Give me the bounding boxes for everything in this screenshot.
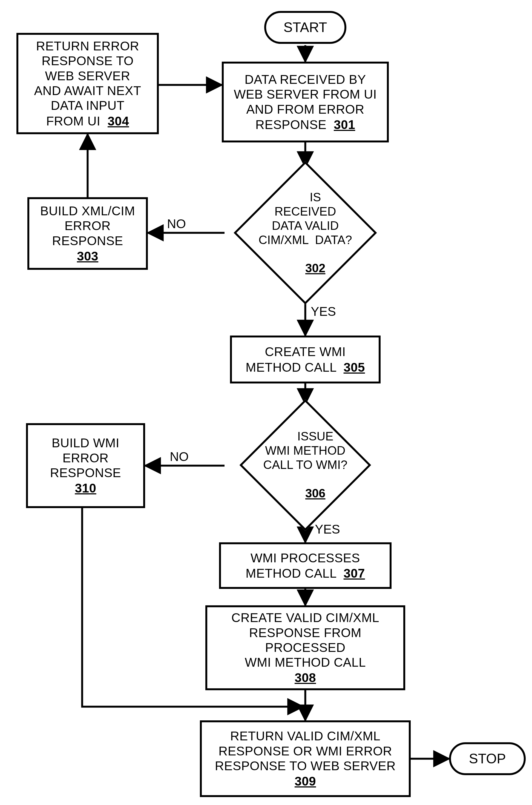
process-307-ref: 307 [344,566,365,581]
edge-label-302-yes: YES [311,304,336,319]
process-309: RETURN VALID CIM/XML RESPONSE OR WMI ERR… [200,720,411,797]
process-309-ref: 309 [294,774,316,789]
decision-302-ref: 302 [305,262,325,275]
process-310-ref: 310 [75,481,96,495]
process-304-ref: 304 [108,114,129,129]
terminal-start: START [264,11,346,44]
process-304-text: RETURN ERROR RESPONSE TO WEB SERVER AND … [34,39,141,113]
process-307-text: WMI PROCESSES [250,550,360,565]
process-303-text: BUILD XML/CIM ERROR RESPONSE [40,204,135,248]
decision-306-text: ISSUE WMI METHOD CALL TO WMI? [263,430,347,472]
edge-label-306-yes: YES [315,522,340,537]
process-305-text: CREATE WMI [265,344,345,359]
terminal-start-label: START [283,19,327,35]
process-304: RETURN ERROR RESPONSE TO WEB SERVER AND … [16,33,159,134]
process-301-text: DATA RECEIVED BY WEB SERVER FROM UI AND … [234,72,377,117]
decision-306: ISSUE WMI METHOD CALL TO WMI? 306 [223,404,387,526]
process-303: BUILD XML/CIM ERROR RESPONSE 303 [27,197,148,270]
process-308: CREATE VALID CIM/XML RESPONSE FROM PROCE… [205,605,405,690]
process-307: WMI PROCESSES METHOD CALL 307 [219,542,392,589]
terminal-stop-label: STOP [469,751,506,767]
process-308-ref: 308 [294,670,316,685]
process-310: BUILD WMI ERROR RESPONSE 310 [26,423,145,508]
process-301: DATA RECEIVED BY WEB SERVER FROM UI AND … [222,62,389,143]
edge-label-306-no: NO [170,449,189,464]
edge-label-302-no: NO [167,217,186,231]
process-308-text: CREATE VALID CIM/XML RESPONSE FROM PROCE… [231,610,379,670]
process-310-text: BUILD WMI ERROR RESPONSE [50,435,121,480]
terminal-stop: STOP [449,742,526,775]
decision-302: IS RECEIVED DATA VALID CIM/XML DATA? 302 [223,166,387,300]
process-309-text: RETURN VALID CIM/XML RESPONSE OR WMI ERR… [215,729,396,773]
process-305-ref: 305 [344,360,365,375]
flowchart-canvas: START RETURN ERROR RESPONSE TO WEB SERVE… [0,0,532,805]
decision-302-text: IS RECEIVED DATA VALID CIM/XML DATA? [259,190,352,246]
process-301-ref: 301 [334,117,355,132]
process-303-ref: 303 [77,249,98,263]
process-305: CREATE WMI METHOD CALL 305 [230,336,381,383]
decision-306-ref: 306 [305,486,325,500]
